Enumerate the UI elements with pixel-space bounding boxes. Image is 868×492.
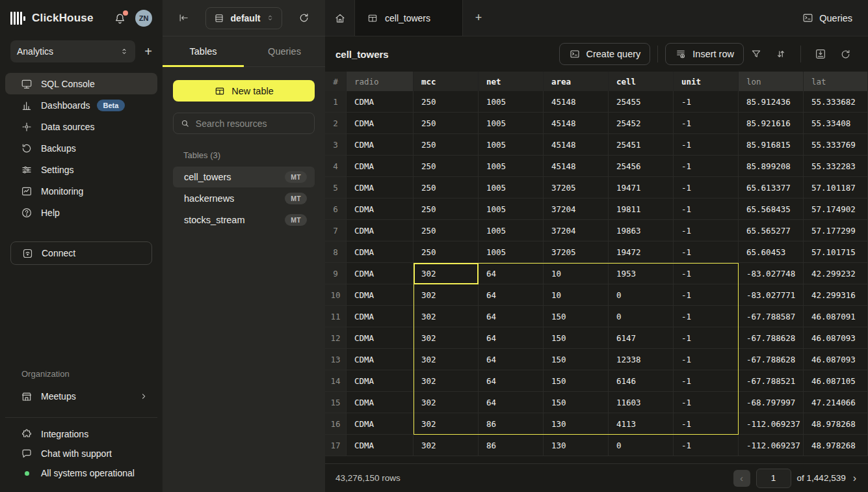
insert-row-button[interactable]: Insert row xyxy=(665,43,744,65)
table-cell[interactable]: 150 xyxy=(544,370,609,392)
table-cell[interactable]: 37205 xyxy=(544,241,609,263)
table-cell[interactable]: 11603 xyxy=(609,392,674,413)
table-cell[interactable]: 45148 xyxy=(544,156,609,177)
table-cell[interactable]: 37205 xyxy=(544,177,609,198)
table-cell[interactable]: 86 xyxy=(479,413,544,435)
table-cell[interactable]: -1 xyxy=(674,177,739,198)
table-cell[interactable]: 10 xyxy=(544,284,609,306)
column-header-area[interactable]: area xyxy=(544,72,609,91)
column-header-radio[interactable]: radio xyxy=(347,72,414,91)
table-cell[interactable]: 250 xyxy=(414,177,479,198)
refresh-table-button[interactable] xyxy=(833,43,858,65)
table-cell[interactable]: CDMA xyxy=(347,113,414,134)
sidebar-item-settings[interactable]: Settings xyxy=(5,159,157,180)
table-cell[interactable]: -1 xyxy=(674,284,739,306)
table-cell[interactable]: -1 xyxy=(674,370,739,392)
row-number[interactable]: 10 xyxy=(325,284,347,306)
row-number[interactable]: 5 xyxy=(325,177,347,198)
table-cell[interactable]: 302 xyxy=(414,413,479,435)
column-header-mcc[interactable]: mcc xyxy=(414,72,479,91)
table-cell[interactable]: 150 xyxy=(544,349,609,370)
table-cell[interactable]: CDMA xyxy=(347,134,414,156)
row-number[interactable]: 2 xyxy=(325,113,347,134)
avatar[interactable]: ZN xyxy=(135,10,152,27)
table-cell[interactable]: 250 xyxy=(414,113,479,134)
row-number[interactable]: 6 xyxy=(325,198,347,220)
service-select[interactable]: Analytics xyxy=(10,40,135,62)
table-cell[interactable]: -1 xyxy=(674,113,739,134)
table-cell[interactable]: -1 xyxy=(674,435,739,456)
table-cell[interactable]: 1005 xyxy=(479,241,544,263)
table-cell[interactable]: 65.613377 xyxy=(739,177,804,198)
table-cell[interactable]: 302 xyxy=(414,392,479,413)
table-cell[interactable]: 42.299232 xyxy=(804,263,868,284)
table-cell[interactable]: -1 xyxy=(674,134,739,156)
sidebar-item-data-sources[interactable]: Data sources xyxy=(5,116,157,137)
table-cell[interactable]: 65.565277 xyxy=(739,220,804,241)
notifications-bell-icon[interactable] xyxy=(114,12,126,25)
row-number[interactable]: 12 xyxy=(325,327,347,349)
table-cell[interactable]: 25451 xyxy=(609,134,674,156)
row-number[interactable]: 1 xyxy=(325,91,347,113)
table-cell[interactable]: 302 xyxy=(414,327,479,349)
table-cell[interactable]: 302 xyxy=(414,370,479,392)
table-cell[interactable]: 86 xyxy=(479,435,544,456)
table-cell[interactable]: 1005 xyxy=(479,220,544,241)
table-cell[interactable]: 25452 xyxy=(609,113,674,134)
table-cell[interactable]: CDMA xyxy=(347,241,414,263)
previous-page-button[interactable]: ‹ xyxy=(733,470,750,487)
table-cell[interactable]: 130 xyxy=(544,435,609,456)
table-cell[interactable]: 85.912436 xyxy=(739,91,804,113)
queries-link[interactable]: Queries xyxy=(802,0,868,36)
row-number[interactable]: 16 xyxy=(325,413,347,435)
search-resources-input[interactable] xyxy=(196,118,308,129)
table-cell[interactable]: 250 xyxy=(414,156,479,177)
table-cell[interactable]: -1 xyxy=(674,349,739,370)
table-cell[interactable]: 46.087091 xyxy=(804,306,868,327)
table-cell[interactable]: 85.899208 xyxy=(739,156,804,177)
new-table-button[interactable]: New table xyxy=(173,80,315,102)
row-number[interactable]: 8 xyxy=(325,241,347,263)
table-cell[interactable]: 64 xyxy=(479,284,544,306)
row-number[interactable]: 13 xyxy=(325,349,347,370)
table-cell[interactable]: 302 xyxy=(414,435,479,456)
column-header-index[interactable]: # xyxy=(325,72,347,91)
table-cell[interactable]: -67.788628 xyxy=(739,349,804,370)
table-cell[interactable]: CDMA xyxy=(347,177,414,198)
table-cell[interactable]: 150 xyxy=(544,327,609,349)
table-cell[interactable]: 1005 xyxy=(479,134,544,156)
table-cell[interactable]: -83.027748 xyxy=(739,263,804,284)
table-cell[interactable]: 250 xyxy=(414,91,479,113)
row-number[interactable]: 3 xyxy=(325,134,347,156)
tab-queries[interactable]: Queries xyxy=(244,36,325,66)
workspace-tab-cell-towers[interactable]: cell_towers xyxy=(355,0,463,36)
table-cell[interactable]: 1005 xyxy=(479,198,544,220)
sidebar-item-help[interactable]: Help xyxy=(5,202,157,223)
table-cell[interactable]: 250 xyxy=(414,241,479,263)
table-cell[interactable]: -83.027771 xyxy=(739,284,804,306)
table-cell[interactable]: -1 xyxy=(674,220,739,241)
table-cell[interactable]: 46.087105 xyxy=(804,370,868,392)
table-cell[interactable]: 25456 xyxy=(609,156,674,177)
table-cell[interactable]: 6146 xyxy=(609,370,674,392)
table-cell[interactable]: 64 xyxy=(479,306,544,327)
table-cell[interactable]: 46.087093 xyxy=(804,327,868,349)
table-cell[interactable]: -1 xyxy=(674,413,739,435)
table-cell[interactable]: CDMA xyxy=(347,220,414,241)
table-cell[interactable]: 25455 xyxy=(609,91,674,113)
table-cell[interactable]: CDMA xyxy=(347,91,414,113)
table-cell[interactable]: CDMA xyxy=(347,370,414,392)
new-tab-button[interactable]: + xyxy=(463,0,494,36)
table-cell[interactable]: 1953 xyxy=(609,263,674,284)
sort-button[interactable] xyxy=(769,43,793,65)
table-cell[interactable]: -112.069237 xyxy=(739,413,804,435)
table-cell[interactable]: -67.788628 xyxy=(739,327,804,349)
table-cell[interactable]: CDMA xyxy=(347,263,414,284)
table-cell[interactable]: 48.978268 xyxy=(804,435,868,456)
table-cell[interactable]: 302 xyxy=(414,306,479,327)
row-number[interactable]: 4 xyxy=(325,156,347,177)
table-cell[interactable]: -1 xyxy=(674,263,739,284)
sidebar-item-integrations[interactable]: Integrations xyxy=(5,424,157,444)
column-header-net[interactable]: net xyxy=(479,72,544,91)
system-status-item[interactable]: All systems operational xyxy=(5,463,157,483)
